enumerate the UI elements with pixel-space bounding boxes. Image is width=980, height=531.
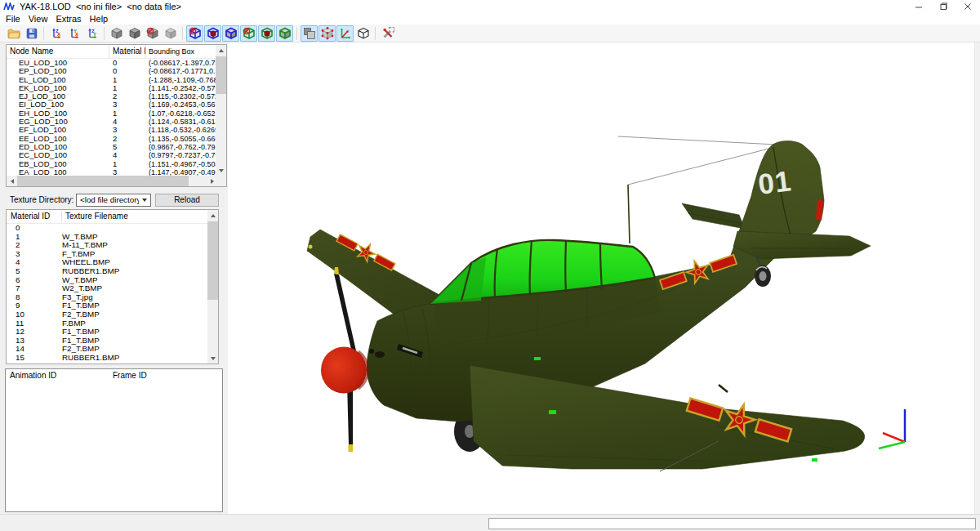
- cube-blue-no-icon: [189, 27, 202, 40]
- node-table-row[interactable]: EC_LOD_1004(0.9797,-0.7237,-0.754) (1.1: [7, 151, 216, 159]
- material-table-row[interactable]: 8F3_T.jpg: [7, 293, 207, 302]
- cube-vertices-icon: [321, 27, 334, 40]
- maximize-button[interactable]: [931, 0, 956, 13]
- green-cull-solid-button[interactable]: [258, 25, 275, 42]
- close-icon: [964, 2, 972, 11]
- window-title: YAK-18.LOD <no ini file> <no data file>: [20, 2, 181, 11]
- menu-bar: FileViewExtrasHelp: [0, 13, 980, 25]
- node-table-row[interactable]: EJ_LOD_1002(1.115,-0.2302,-0.572) (1.20: [7, 92, 216, 100]
- wireframe-button[interactable]: [354, 25, 372, 42]
- material-table-row[interactable]: 6W_T.BMP: [7, 276, 207, 285]
- stacked-cubes-button[interactable]: [301, 25, 318, 42]
- column-frame-id[interactable]: Frame ID: [109, 369, 222, 382]
- open-file-button[interactable]: [5, 25, 22, 42]
- svg-text:X: X: [75, 32, 78, 37]
- material-table-vscrollbar[interactable]: [207, 210, 218, 364]
- view-yz-button[interactable]: ZY: [83, 25, 100, 42]
- animation-table: Animation ID Frame ID: [5, 368, 223, 512]
- floppy-icon: [25, 27, 38, 40]
- node-table-row[interactable]: EK_LOD_1001(1.141,-0.2542,-0.5718) (1.2: [7, 84, 216, 92]
- node-table-row[interactable]: EL_LOD_1001(-1.288,-1.109,-0.7685) (1.2: [7, 76, 216, 84]
- node-table-row[interactable]: ED_LOD_1005(0.9867,-0.762,-0.7919) (1.1: [7, 143, 216, 151]
- material-table-row[interactable]: 3F_T.BMP: [7, 250, 207, 259]
- node-table-row[interactable]: EP_LOD_1000(-0.08617,-0.1771,0.7376) (: [7, 67, 216, 75]
- axes-triad: [879, 409, 905, 448]
- axes-icon: [339, 27, 352, 40]
- viewport-3d[interactable]: 01: [228, 42, 974, 514]
- right-wing: [470, 365, 865, 469]
- cube-green-no-icon: [243, 27, 256, 40]
- svg-text:X: X: [57, 32, 60, 37]
- cube-green-solid-icon: [261, 27, 274, 40]
- cube-disabled-button[interactable]: [144, 25, 161, 42]
- node-table-vscrollbar[interactable]: [216, 45, 226, 176]
- node-table-row[interactable]: EB_LOD_1001(1.151,-0.4967,-0.5047) (1.1: [7, 160, 216, 168]
- blue-cull-off-button[interactable]: [186, 25, 203, 42]
- close-button[interactable]: [956, 0, 980, 13]
- node-table-row[interactable]: EU_LOD_1000(-0.08617,-1.397,0.7376) (0: [7, 59, 216, 67]
- node-table-row[interactable]: EH_LOD_1001(1.07,-0.6218,-0.6523) (1.20: [7, 109, 216, 118]
- spinner: [321, 347, 368, 394]
- cube-blue-empty-icon: [225, 27, 238, 40]
- menu-help[interactable]: Help: [86, 13, 113, 25]
- menu-extras[interactable]: Extras: [51, 13, 85, 25]
- aircraft-render: 01: [228, 42, 974, 514]
- material-table-row[interactable]: 5RUBBER1.BMP: [7, 267, 207, 276]
- material-table-row[interactable]: 11F.BMP: [7, 319, 207, 328]
- material-table-row[interactable]: 10F2_T.BMP: [7, 310, 207, 319]
- cube-shaded-button[interactable]: [108, 25, 125, 42]
- material-table-row[interactable]: 15RUBBER1.BMP: [7, 354, 207, 363]
- menu-file[interactable]: File: [2, 13, 24, 25]
- minimize-icon: [915, 2, 923, 11]
- material-table-row[interactable]: 0: [7, 224, 207, 233]
- material-table-row[interactable]: 12F1_T.BMP: [7, 328, 207, 337]
- node-table-body: EU_LOD_1000(-0.08617,-1.397,0.7376) (0EP…: [7, 59, 216, 176]
- cube-blue-solid-icon: [207, 27, 220, 40]
- column-material-id[interactable]: Material ID: [7, 210, 62, 223]
- material-table-row[interactable]: 4WHEEL.BMP: [7, 258, 207, 267]
- node-table-row[interactable]: EE_LOD_1002(1.135,-0.5055,-0.6606) (1.1: [7, 135, 216, 143]
- svg-text:Y: Y: [93, 32, 96, 37]
- material-table-row[interactable]: 9F1_T.BMP: [7, 301, 207, 310]
- axes-toggle-button[interactable]: [336, 25, 354, 42]
- node-table-row[interactable]: EF_LOD_1003(1.118,-0.532,-0.6269) (1.19: [7, 126, 216, 134]
- column-bounding-box[interactable]: Bounding Box: [146, 45, 216, 58]
- material-table-body: 01W_T.BMP2M-11_T.BMP3F_T.BMP4WHEEL.BMP5R…: [7, 224, 207, 364]
- toolbar-separator: [375, 27, 376, 40]
- reload-button[interactable]: Reload: [155, 194, 219, 207]
- view-xz-button[interactable]: ZX: [47, 25, 65, 42]
- material-table-row[interactable]: 13F1_T.BMP: [7, 337, 207, 346]
- column-material-id[interactable]: Material ID: [109, 45, 146, 58]
- blue-cull-solid-button[interactable]: [204, 25, 221, 42]
- menu-view[interactable]: View: [24, 13, 52, 25]
- material-table-row[interactable]: 2M-11_T.BMP: [7, 241, 207, 250]
- green-cull-empty-button[interactable]: [276, 25, 293, 42]
- axis-xz-icon: ZX: [50, 27, 63, 40]
- column-texture-filename[interactable]: Texture Filename: [62, 210, 207, 223]
- cube-green-empty-icon: [278, 27, 292, 40]
- blue-cull-empty-button[interactable]: [222, 25, 239, 42]
- node-table-row[interactable]: EI_LOD_1003(1.169,-0.2453,-0.5677) (1.1: [7, 100, 216, 109]
- green-cull-off-button[interactable]: [240, 25, 257, 42]
- material-table-row[interactable]: 7W2_T.BMP: [7, 284, 207, 293]
- status-bar: [0, 514, 980, 531]
- node-table-row[interactable]: EG_LOD_1004(1.124,-0.5831,-0.6136) (1.1: [7, 118, 216, 126]
- right-stabilizer: [733, 231, 871, 259]
- y-axis: [879, 442, 905, 448]
- material-table-row[interactable]: 14F2_T.BMP: [7, 345, 207, 354]
- minimize-button[interactable]: [906, 0, 931, 13]
- save-file-button[interactable]: [23, 25, 40, 42]
- cube-flat-button[interactable]: [162, 25, 179, 42]
- node-table-hscrollbar[interactable]: [7, 176, 217, 186]
- vertex-cube-button[interactable]: [318, 25, 336, 42]
- cube-dark-button[interactable]: [126, 25, 143, 42]
- view-xy-button[interactable]: YX: [65, 25, 82, 42]
- animation-table-header: Animation ID Frame ID: [6, 369, 222, 382]
- column-animation-id[interactable]: Animation ID: [6, 369, 109, 382]
- material-table-row[interactable]: 1W_T.BMP: [7, 233, 207, 242]
- toolbar-separator: [296, 27, 297, 40]
- texture-directory-select[interactable]: <lod file directory>: [76, 194, 151, 207]
- column-node-name[interactable]: Node Name: [7, 45, 109, 58]
- wrench-icon: [381, 27, 394, 40]
- settings-button[interactable]: [379, 25, 396, 42]
